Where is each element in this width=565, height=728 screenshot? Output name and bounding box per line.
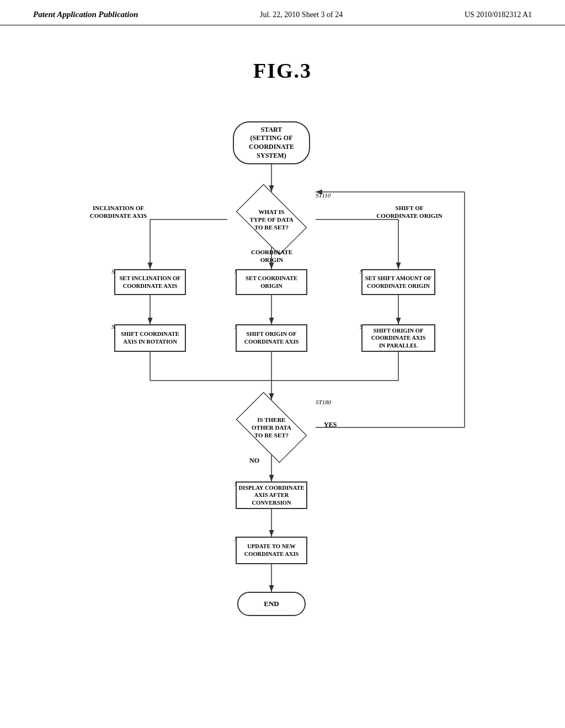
- flowchart: START (SETTING OF COORDINATE SYSTEM) ST1…: [34, 99, 531, 640]
- set-inclination-box: SET INCLINATION OFCOORDINATE AXIS: [114, 269, 186, 295]
- set-shift-label: SET SHIFT AMOUNT OFCOORDINATE ORIGIN: [365, 275, 432, 290]
- end-label: END: [264, 599, 279, 609]
- inclination-branch-label: INCLINATION OF COORDINATE AXIS: [87, 204, 150, 220]
- display-label: DISPLAY COORDINATEAXIS AFTERCONVERSION: [239, 484, 305, 507]
- shift-parallel-label: SHIFT ORIGIN OFCOORDINATE AXISIN PARALLE…: [371, 327, 426, 350]
- patent-number: US 2010/0182312 A1: [465, 10, 532, 19]
- set-coordinate-label: SET COORDINATEORIGIN: [246, 275, 297, 290]
- shift-origin-box: SHIFT ORIGIN OFCOORDINATE AXIS: [236, 324, 307, 352]
- shift-parallel-box: SHIFT ORIGIN OFCOORDINATE AXISIN PARALLE…: [361, 324, 435, 352]
- end-box: END: [237, 592, 306, 616]
- decision-other-label: IS THEREOTHER DATATO BE SET?: [252, 416, 291, 440]
- set-inclination-label: SET INCLINATION OFCOORDINATE AXIS: [119, 275, 180, 290]
- decision-what-label: WHAT ISTYPE OF DATATO BE SET?: [249, 208, 293, 232]
- decision-what-box: WHAT ISTYPE OF DATATO BE SET?: [227, 192, 316, 247]
- figure-title: FIG.3: [0, 58, 565, 83]
- decision-other-box: IS THEREOTHER DATATO BE SET?: [227, 400, 316, 455]
- update-label: UPDATE TO NEWCOORDINATE AXIS: [244, 543, 299, 558]
- shift-origin-label: SHIFT ORIGIN OFCOORDINATE AXIS: [244, 330, 299, 345]
- sheet-info: Jul. 22, 2010 Sheet 3 of 24: [260, 10, 343, 19]
- coordinate-branch-label: COORDINATE ORIGIN: [246, 248, 298, 264]
- page-header: Patent Application Publication Jul. 22, …: [0, 0, 565, 25]
- display-box: DISPLAY COORDINATEAXIS AFTERCONVERSION: [236, 481, 307, 509]
- publication-title: Patent Application Publication: [33, 10, 138, 19]
- set-shift-box: SET SHIFT AMOUNT OFCOORDINATE ORIGIN: [361, 269, 435, 295]
- shift-rotation-label: SHIFT COORDINATEAXIS IN ROTATION: [121, 330, 179, 345]
- start-label: START (SETTING OF COORDINATE SYSTEM): [249, 126, 294, 160]
- update-box: UPDATE TO NEWCOORDINATE AXIS: [236, 537, 307, 564]
- no-label: NO: [249, 457, 259, 465]
- st110-label: ST110: [316, 192, 331, 199]
- start-box: START (SETTING OF COORDINATE SYSTEM): [233, 121, 310, 164]
- shift-rotation-box: SHIFT COORDINATEAXIS IN ROTATION: [114, 324, 186, 352]
- yes-label: YES: [324, 421, 337, 429]
- set-coordinate-box: SET COORDINATEORIGIN: [236, 269, 307, 295]
- st180-label: ST180: [316, 399, 331, 405]
- shift-branch-label: SHIFT OF COORDINATE ORIGIN: [376, 204, 443, 220]
